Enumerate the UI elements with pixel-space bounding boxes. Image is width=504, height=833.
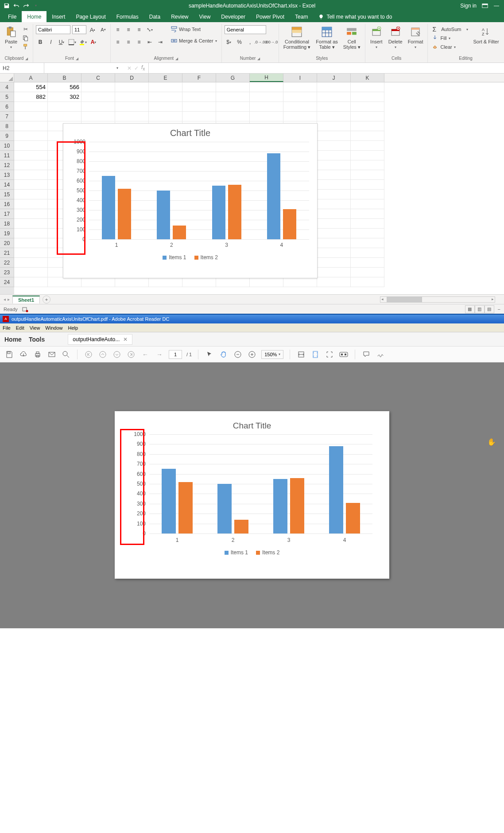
scrollbar-thumb[interactable] [387, 297, 422, 302]
cell[interactable] [351, 268, 384, 277]
cell[interactable] [81, 92, 115, 102]
cell[interactable] [14, 229, 48, 238]
cell[interactable] [216, 82, 250, 92]
column-header[interactable]: H [250, 74, 283, 82]
cell[interactable] [115, 277, 149, 287]
nav-back-icon[interactable]: ← [140, 350, 150, 359]
cell[interactable] [317, 131, 351, 141]
pdf-viewer[interactable]: Chart Title 0100200300400500600700800900… [0, 362, 504, 628]
cell[interactable] [48, 102, 81, 112]
cell[interactable] [351, 277, 384, 287]
cell[interactable] [14, 219, 48, 229]
bar[interactable] [173, 226, 186, 239]
fit-page-icon[interactable] [310, 350, 320, 359]
cell[interactable] [317, 92, 351, 102]
cell[interactable] [317, 209, 351, 219]
cell[interactable] [81, 112, 115, 121]
cell[interactable] [182, 92, 216, 102]
delete-cells-button[interactable]: Delete▾ [387, 25, 404, 50]
selection-tool-icon[interactable] [205, 350, 214, 359]
dialog-launcher-icon[interactable]: ◢ [76, 57, 78, 61]
cell[interactable] [351, 160, 384, 170]
cell[interactable] [317, 151, 351, 160]
sort-filter-button[interactable]: AZ Sort & Filter [472, 25, 501, 45]
cell[interactable] [351, 112, 384, 121]
cell[interactable] [351, 219, 384, 229]
cell[interactable]: 566 [48, 82, 81, 92]
cell[interactable] [182, 112, 216, 121]
row-header[interactable]: 6 [0, 102, 14, 112]
cell[interactable] [351, 238, 384, 248]
namebox-caret-icon[interactable]: ▾ [116, 66, 118, 70]
bar-group[interactable] [213, 484, 253, 533]
scroll-right-icon[interactable]: ▸ [492, 297, 494, 301]
nav-forward-icon[interactable]: → [155, 350, 164, 359]
comment-icon[interactable] [361, 350, 371, 359]
row-header[interactable]: 18 [0, 219, 14, 229]
zoom-out-icon[interactable]: − [498, 307, 500, 312]
bold-button[interactable]: B [36, 38, 45, 47]
bar[interactable] [102, 176, 115, 239]
copy-icon[interactable] [21, 34, 30, 43]
bar[interactable] [267, 153, 280, 239]
row-header[interactable]: 23 [0, 268, 14, 277]
row-header[interactable]: 20 [0, 238, 14, 248]
autosum-button[interactable]: Σ AutoSum ▾ [430, 25, 469, 34]
cell[interactable] [216, 92, 250, 102]
row-header[interactable]: 22 [0, 258, 14, 268]
cell[interactable] [14, 141, 48, 151]
new-sheet-button[interactable]: + [43, 296, 50, 304]
grow-font-icon[interactable]: A▴ [88, 25, 97, 34]
cell[interactable] [351, 190, 384, 199]
cell[interactable] [351, 82, 384, 92]
cell[interactable] [317, 277, 351, 287]
cell[interactable] [14, 209, 48, 219]
dialog-launcher-icon[interactable]: ◢ [175, 57, 178, 61]
dialog-launcher-icon[interactable]: ◢ [25, 57, 28, 61]
fill-color-icon[interactable]: ▾ [78, 38, 87, 47]
bar[interactable] [228, 185, 241, 239]
cell[interactable] [14, 170, 48, 180]
cell[interactable] [14, 277, 48, 287]
italic-button[interactable]: I [47, 38, 55, 47]
cell[interactable] [250, 112, 283, 121]
row-header[interactable]: 13 [0, 170, 14, 180]
align-middle-icon[interactable]: ≡ [124, 25, 133, 34]
cell[interactable] [317, 160, 351, 170]
number-format-select[interactable] [225, 25, 266, 34]
cell[interactable] [14, 112, 48, 121]
cell[interactable] [317, 258, 351, 268]
menu-help[interactable]: Help [68, 325, 78, 331]
email-icon[interactable] [47, 350, 57, 359]
cell[interactable] [317, 82, 351, 92]
prev-page-icon[interactable] [98, 350, 108, 359]
cell[interactable] [14, 102, 48, 112]
ribbon-display-icon[interactable] [482, 3, 488, 9]
menu-file[interactable]: File [3, 325, 11, 331]
column-header[interactable]: A [14, 74, 48, 82]
scroll-left-icon[interactable]: ◂ [381, 297, 384, 301]
bar[interactable] [329, 446, 343, 533]
cell[interactable] [250, 92, 283, 102]
search-icon[interactable] [61, 350, 71, 359]
cell[interactable] [351, 209, 384, 219]
cell[interactable] [351, 121, 384, 131]
cell[interactable] [317, 229, 351, 238]
cell[interactable] [48, 277, 81, 287]
bar[interactable] [118, 189, 131, 239]
align-center-icon[interactable]: ≡ [124, 38, 133, 47]
cell[interactable] [351, 258, 384, 268]
tab-developer[interactable]: Developer [216, 11, 251, 22]
row-header[interactable]: 9 [0, 131, 14, 141]
fit-width-icon[interactable] [296, 350, 306, 359]
bar[interactable] [283, 209, 296, 239]
bar[interactable] [178, 482, 193, 533]
cell[interactable] [283, 82, 317, 92]
cell[interactable] [317, 180, 351, 190]
sign-icon[interactable] [376, 350, 385, 359]
fx-icon[interactable]: fx [141, 64, 145, 71]
zoom-in-icon[interactable] [247, 350, 257, 359]
cell[interactable] [14, 190, 48, 199]
row-header[interactable]: 14 [0, 180, 14, 190]
row-header[interactable]: 15 [0, 190, 14, 199]
